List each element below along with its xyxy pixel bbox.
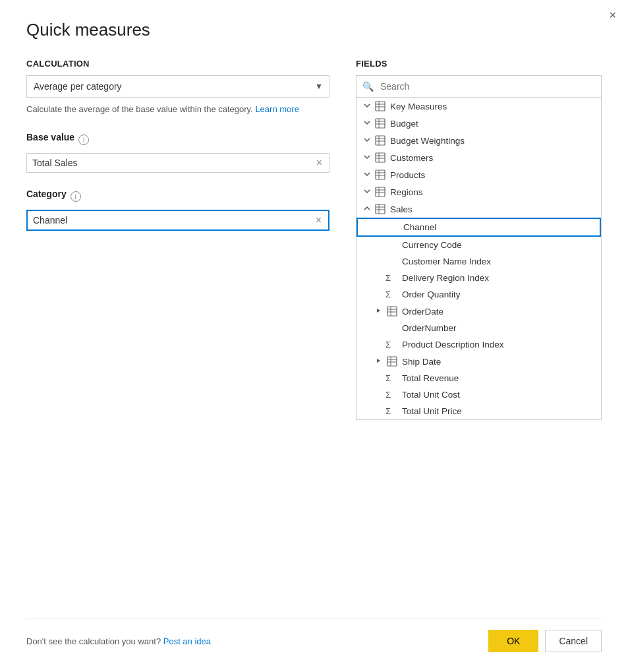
sigma-icon: Σ xyxy=(385,373,399,383)
chevron-icon xyxy=(363,119,374,128)
base-value-field: Total Sales × xyxy=(26,153,329,173)
fields-tree: Key Measures Budget Budget Weightings Cu… xyxy=(356,98,602,420)
table-icon xyxy=(374,135,387,146)
calc-description: Calculate the average of the base value … xyxy=(26,103,329,116)
svg-marker-33 xyxy=(377,359,380,363)
tree-item-label: Budget Weightings xyxy=(390,136,594,146)
tree-item-key-measures[interactable]: Key Measures xyxy=(357,98,601,115)
fields-label: Fields xyxy=(356,59,602,69)
svg-rect-0 xyxy=(376,102,385,111)
tree-item-label: Channel xyxy=(403,222,593,232)
right-panel: Fields 🔍 Key Measures Budget Budget Weig… xyxy=(356,59,602,599)
table-icon xyxy=(374,187,387,197)
fields-search-input[interactable] xyxy=(356,75,602,98)
tree-item-sales[interactable]: Sales xyxy=(357,200,601,218)
calculation-dropdown[interactable]: Average per categoryWeighted average per… xyxy=(26,75,329,98)
tree-item-label: Customer Name Index xyxy=(402,257,594,266)
tree-item-label: Order Quantity xyxy=(402,290,594,299)
dialog-title: Quick measures xyxy=(26,20,602,40)
ok-button[interactable]: OK xyxy=(488,630,538,652)
table-icon xyxy=(374,204,387,214)
tree-item-products[interactable]: Products xyxy=(357,166,601,183)
tree-item-ship-date[interactable]: Ship Date xyxy=(357,353,601,370)
footer: Don't see the calculation you want? Post… xyxy=(26,619,602,652)
base-value-info-icon: i xyxy=(78,135,89,145)
tree-item-delivery-region-index[interactable]: ΣDelivery Region Index xyxy=(357,270,601,286)
category-label: Category xyxy=(26,189,67,199)
tree-item-budget[interactable]: Budget xyxy=(357,115,601,132)
sigma-icon: Σ xyxy=(385,390,399,400)
tree-item-label: OrderNumber xyxy=(402,323,594,333)
sigma-icon: Σ xyxy=(385,406,399,416)
tree-item-ordernumber[interactable]: OrderNumber xyxy=(357,320,601,336)
table-icon xyxy=(374,118,387,129)
tree-item-label: Customers xyxy=(390,153,594,163)
tree-item-label: Products xyxy=(390,170,594,180)
learn-more-link[interactable]: Learn more xyxy=(255,104,299,114)
tree-item-label: OrderDate xyxy=(402,307,594,317)
svg-rect-12 xyxy=(376,153,385,162)
table-icon xyxy=(374,101,387,111)
svg-rect-34 xyxy=(387,357,397,366)
tree-item-label: Ship Date xyxy=(402,357,594,367)
tree-item-order-quantity[interactable]: ΣOrder Quantity xyxy=(357,286,601,303)
search-icon: 🔍 xyxy=(362,81,374,92)
tree-item-total-unit-price[interactable]: ΣTotal Unit Price xyxy=(357,403,601,419)
tree-item-label: Total Unit Price xyxy=(402,406,594,416)
svg-rect-4 xyxy=(376,119,385,128)
chevron-icon xyxy=(363,102,374,111)
calculation-label: Calculation xyxy=(26,59,329,69)
tree-item-orderdate[interactable]: OrderDate xyxy=(357,303,601,320)
tree-item-label: Key Measures xyxy=(390,102,594,111)
table-icon xyxy=(385,306,399,317)
chevron-icon xyxy=(363,187,374,197)
chevron-icon xyxy=(363,153,374,162)
quick-measures-dialog: × Quick measures Calculation Average per… xyxy=(0,0,628,672)
tree-item-label: Budget xyxy=(390,119,594,129)
chevron-icon xyxy=(363,170,374,179)
tree-item-label: Product Description Index xyxy=(402,340,594,350)
tree-item-label: Delivery Region Index xyxy=(402,273,594,283)
svg-rect-20 xyxy=(376,187,385,197)
tree-item-currency-code[interactable]: Currency Code xyxy=(357,237,601,253)
category-text: Channel xyxy=(33,215,314,226)
close-button[interactable]: × xyxy=(609,9,616,21)
category-row: Category i xyxy=(26,189,329,204)
sigma-icon: Σ xyxy=(385,290,399,299)
base-value-clear-button[interactable]: × xyxy=(315,158,324,168)
svg-marker-28 xyxy=(377,309,380,313)
svg-rect-24 xyxy=(376,204,385,214)
tree-item-customers[interactable]: Customers xyxy=(357,149,601,166)
chevron-icon xyxy=(375,357,385,365)
tree-item-label: Regions xyxy=(390,187,594,197)
table-icon xyxy=(374,169,387,180)
base-value-label: Base value xyxy=(26,132,74,142)
svg-rect-8 xyxy=(376,136,385,145)
tree-item-label: Currency Code xyxy=(402,240,594,250)
search-wrapper: 🔍 xyxy=(356,75,602,98)
category-clear-button[interactable]: × xyxy=(314,215,323,226)
base-value-text: Total Sales xyxy=(32,158,315,168)
tree-item-total-unit-cost[interactable]: ΣTotal Unit Cost xyxy=(357,386,601,403)
sigma-icon: Σ xyxy=(385,273,399,283)
category-field: Channel × xyxy=(26,210,329,231)
base-value-row: Base value i xyxy=(26,132,329,148)
post-idea-link[interactable]: Post an idea xyxy=(163,636,211,646)
tree-item-label: Total Unit Cost xyxy=(402,390,594,400)
tree-item-label: Total Revenue xyxy=(402,373,594,383)
tree-item-channel[interactable]: Channel xyxy=(357,218,601,237)
chevron-icon xyxy=(375,307,385,315)
chevron-icon xyxy=(363,204,374,214)
tree-item-customer-name-index[interactable]: Customer Name Index xyxy=(357,253,601,270)
table-icon xyxy=(385,356,399,367)
calculation-dropdown-wrapper: Average per categoryWeighted average per… xyxy=(26,75,329,98)
tree-item-regions[interactable]: Regions xyxy=(357,183,601,200)
tree-item-budget-weightings[interactable]: Budget Weightings xyxy=(357,132,601,149)
cancel-button[interactable]: Cancel xyxy=(545,630,602,652)
tree-item-product-description-index[interactable]: ΣProduct Description Index xyxy=(357,336,601,353)
chevron-icon xyxy=(363,136,374,145)
tree-item-total-revenue[interactable]: ΣTotal Revenue xyxy=(357,370,601,386)
category-info-icon: i xyxy=(71,191,81,202)
svg-rect-29 xyxy=(387,307,397,316)
main-content: Calculation Average per categoryWeighted… xyxy=(26,59,602,599)
